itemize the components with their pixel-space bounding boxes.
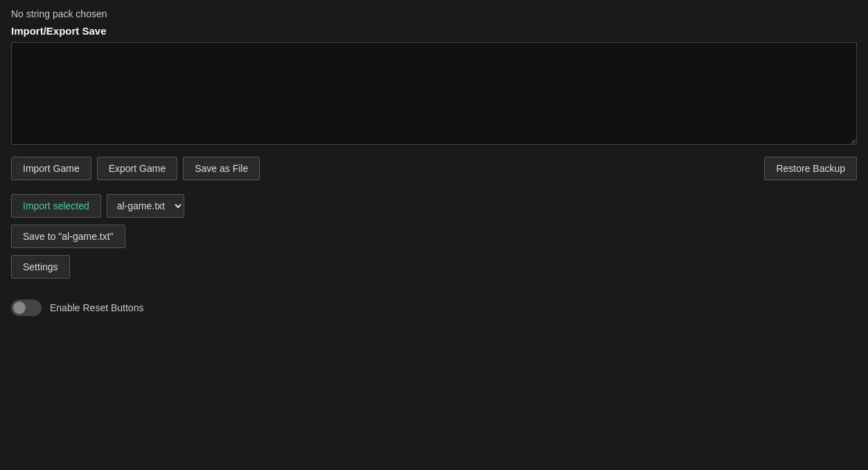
- status-text: No string pack chosen: [11, 8, 857, 19]
- toggle-slider: [11, 299, 42, 316]
- section-title: Import/Export Save: [11, 25, 857, 37]
- enable-reset-toggle[interactable]: [11, 299, 42, 316]
- import-export-textarea[interactable]: [11, 42, 857, 145]
- settings-button[interactable]: Settings: [11, 255, 70, 279]
- export-game-button[interactable]: Export Game: [97, 157, 177, 180]
- import-game-button[interactable]: Import Game: [11, 157, 91, 180]
- save-to-file-button[interactable]: Save to "al-game.txt": [11, 225, 125, 248]
- toggle-label: Enable Reset Buttons: [50, 302, 143, 313]
- save-as-file-button[interactable]: Save as File: [183, 157, 260, 180]
- restore-backup-button[interactable]: Restore Backup: [764, 157, 857, 180]
- file-select-dropdown[interactable]: al-game.txt: [107, 194, 184, 218]
- import-selected-button[interactable]: Import selected: [11, 194, 101, 218]
